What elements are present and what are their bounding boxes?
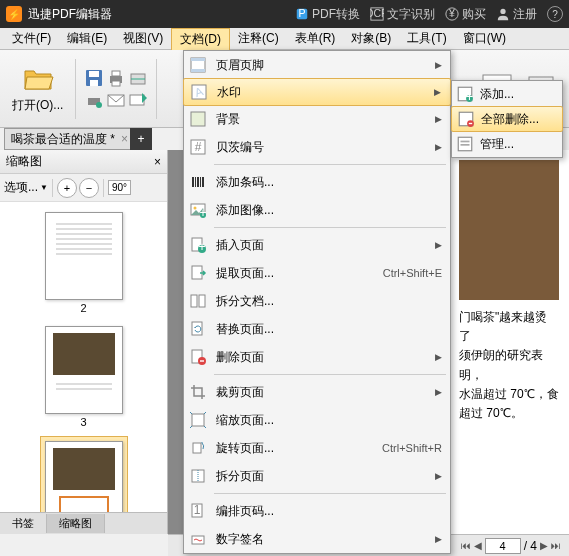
menu-rotate-page[interactable]: 旋转页面... Ctrl+Shift+R — [184, 434, 450, 462]
menu-page-number[interactable]: 1 编排页码... — [184, 497, 450, 525]
add-image-icon: + — [188, 200, 208, 220]
svg-rect-45 — [199, 295, 205, 307]
submenu-arrow-icon: ▶ — [435, 240, 442, 250]
menu-insert-page[interactable]: + 插入页面 ▶ — [184, 231, 450, 259]
svg-rect-44 — [191, 295, 197, 307]
svg-rect-9 — [90, 80, 98, 86]
svg-rect-64 — [461, 141, 470, 143]
zoom-in-icon[interactable]: + — [57, 178, 77, 198]
svg-rect-51 — [193, 443, 201, 453]
sidebar-close-icon[interactable]: × — [154, 155, 161, 169]
menu-objects[interactable]: 对象(B) — [343, 28, 399, 49]
svg-rect-24 — [191, 58, 205, 61]
signature-icon — [188, 529, 208, 549]
tab-thumbnails[interactable]: 缩略图 — [47, 514, 105, 533]
submenu-delete-all[interactable]: 全部删除... — [451, 106, 563, 132]
svg-rect-11 — [112, 71, 120, 76]
insert-page-icon: + — [188, 235, 208, 255]
page-number-icon: 1 — [188, 501, 208, 521]
submenu-arrow-icon: ▶ — [434, 87, 441, 97]
crop-icon — [188, 382, 208, 402]
menu-comments[interactable]: 注释(C) — [230, 28, 287, 49]
menu-add-barcode[interactable]: 添加条码... — [184, 168, 450, 196]
thumbnail-page[interactable]: 4 — [40, 436, 128, 512]
sidebar-options[interactable]: 选项... — [4, 179, 38, 196]
menu-crop-page[interactable]: 裁剪页面 ▶ — [184, 378, 450, 406]
submenu-arrow-icon: ▶ — [435, 352, 442, 362]
menu-window[interactable]: 窗口(W) — [455, 28, 514, 49]
menu-background[interactable]: 背景 ▶ — [184, 105, 450, 133]
print-icon[interactable] — [106, 68, 126, 88]
submenu-add[interactable]: + 添加... — [452, 81, 562, 107]
menu-tools[interactable]: 工具(T) — [399, 28, 454, 49]
submenu-arrow-icon: ▶ — [435, 142, 442, 152]
svg-rect-34 — [200, 177, 201, 187]
split-doc-icon — [188, 291, 208, 311]
menu-watermark[interactable]: A 水印 ▶ — [183, 78, 451, 106]
email-icon[interactable] — [106, 90, 126, 110]
replace-page-icon — [188, 319, 208, 339]
menu-add-image[interactable]: + 添加图像... — [184, 196, 450, 224]
svg-text:+: + — [199, 206, 206, 219]
rotate-button[interactable]: 90° — [108, 180, 131, 195]
buy-link[interactable]: ¥ 购买 — [445, 6, 486, 23]
submenu-arrow-icon: ▶ — [435, 60, 442, 70]
menu-header-footer[interactable]: 页眉页脚 ▶ — [184, 51, 450, 79]
document-content: 门喝茶"越来越烫了 须伊朗的研究表明， 水温超过 70℃，食 超过 70℃。 — [449, 150, 569, 534]
svg-rect-65 — [461, 144, 470, 146]
register-link[interactable]: 注册 — [496, 6, 537, 23]
menu-delete-page[interactable]: 删除页面 ▶ — [184, 343, 450, 371]
svg-rect-62 — [469, 123, 472, 124]
menu-view[interactable]: 视图(V) — [115, 28, 171, 49]
menu-forms[interactable]: 表单(R) — [287, 28, 344, 49]
open-button[interactable]: 打开(O)... — [8, 59, 67, 118]
page-navigator: ⏮ ◀ / 4 ▶ ⏭ — [461, 538, 561, 554]
help-icon[interactable]: ? — [547, 6, 563, 22]
ocr-link[interactable]: OCR 文字识别 — [370, 6, 435, 23]
svg-text:¥: ¥ — [448, 7, 455, 19]
svg-text:+: + — [466, 89, 474, 103]
quickprint-icon[interactable] — [84, 90, 104, 110]
svg-rect-12 — [112, 81, 120, 86]
app-title: 迅捷PDF编辑器 — [28, 6, 289, 23]
submenu-manage[interactable]: 管理... — [452, 131, 562, 157]
thumbnail-page[interactable]: 2 — [41, 208, 127, 318]
bates-icon: # — [188, 137, 208, 157]
menu-bates[interactable]: # 贝茨编号 ▶ — [184, 133, 450, 161]
background-icon — [188, 109, 208, 129]
thumbnail-page[interactable]: 3 — [41, 322, 127, 432]
zoom-out-icon[interactable]: − — [79, 178, 99, 198]
watermark-icon: A — [189, 82, 209, 102]
save-icon[interactable] — [84, 68, 104, 88]
manage-icon — [456, 135, 474, 153]
menu-split-doc[interactable]: 拆分文档... — [184, 287, 450, 315]
pdf-convert-link[interactable]: P PDF转换 — [295, 6, 360, 23]
next-page-icon[interactable]: ▶ — [540, 540, 548, 551]
svg-rect-33 — [197, 177, 199, 187]
menu-replace-page[interactable]: 替换页面... — [184, 315, 450, 343]
svg-rect-25 — [191, 69, 205, 72]
menu-extract-page[interactable]: 提取页面... Ctrl+Shift+E — [184, 259, 450, 287]
scan-icon[interactable] — [128, 68, 148, 88]
header-footer-icon — [188, 55, 208, 75]
submenu-arrow-icon: ▶ — [435, 387, 442, 397]
svg-text:#: # — [195, 140, 202, 154]
page-input[interactable] — [485, 538, 521, 554]
menu-file[interactable]: 文件(F) — [4, 28, 59, 49]
menu-document[interactable]: 文档(D) — [171, 28, 230, 50]
menu-zoom-page[interactable]: 缩放页面... — [184, 406, 450, 434]
last-page-icon[interactable]: ⏭ — [551, 540, 561, 551]
submenu-arrow-icon: ▶ — [435, 471, 442, 481]
first-page-icon[interactable]: ⏮ — [461, 540, 471, 551]
menu-signature[interactable]: 数字签名 ▶ — [184, 525, 450, 553]
svg-rect-28 — [191, 112, 205, 126]
svg-rect-50 — [192, 414, 204, 426]
submenu-arrow-icon: ▶ — [435, 534, 442, 544]
tab-bookmarks[interactable]: 书签 — [0, 514, 47, 533]
menu-edit[interactable]: 编辑(E) — [59, 28, 115, 49]
prev-page-icon[interactable]: ◀ — [474, 540, 482, 551]
mailto-icon[interactable] — [128, 90, 148, 110]
menu-split-page[interactable]: 拆分页面 ▶ — [184, 462, 450, 490]
extract-page-icon — [188, 263, 208, 283]
svg-rect-31 — [192, 177, 194, 187]
